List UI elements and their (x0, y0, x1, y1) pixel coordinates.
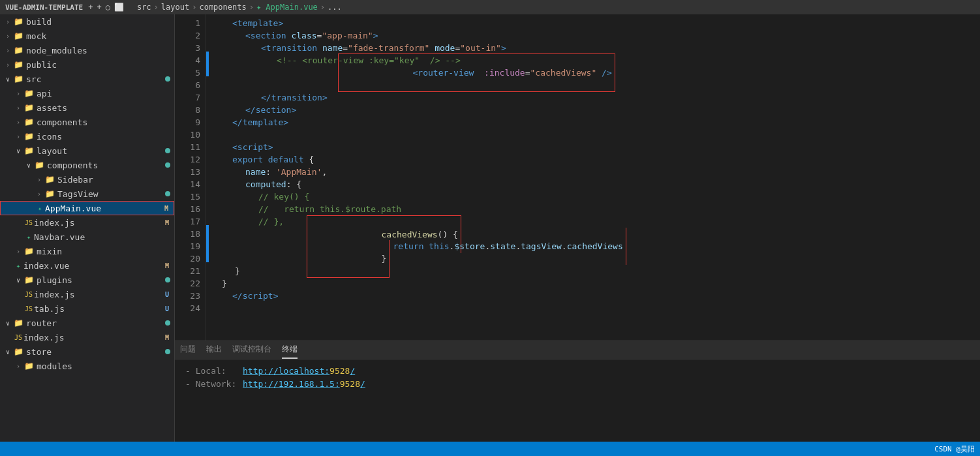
folder-icon: 📁 (23, 131, 34, 142)
top-bar-icons: + + ○ ⬜ (88, 3, 124, 12)
modified-dot (165, 76, 170, 82)
sidebar-item-tagsview[interactable]: › 📁 TagsView (0, 187, 174, 201)
sidebar-item-plugins-indexjs[interactable]: JS index.js U (0, 287, 174, 301)
sidebar-item-layout-indexjs[interactable]: JS index.js M (0, 215, 174, 230)
code-content: <template> <section class="app-main"> <t… (209, 14, 980, 341)
sidebar-item-node-modules[interactable]: › 📁 node_modules (0, 43, 174, 57)
line-numbers: 12345 678910 1112131415 1617181920 21222… (175, 14, 206, 341)
sidebar-item-components[interactable]: › 📁 components (0, 115, 174, 129)
chevron-right-icon: › (13, 104, 23, 112)
sidebar-item-indexvue[interactable]: ✦ index.vue M (0, 258, 174, 273)
sidebar-item-navbar[interactable]: ✦ Navbar.vue (0, 230, 174, 244)
modified-badge: M (165, 262, 169, 269)
chevron-down-icon: ∨ (13, 277, 23, 284)
sidebar-item-router-indexjs[interactable]: JS index.js M (0, 330, 174, 344)
sidebar-item-assets[interactable]: › 📁 assets (0, 100, 174, 115)
status-bar: CSDN @昊阳 (0, 442, 980, 456)
sidebar-item-src[interactable]: ∨ 📁 src (0, 72, 174, 86)
chevron-right-icon: › (13, 119, 23, 126)
code-line: <template> (209, 17, 980, 29)
tab-output[interactable]: 输出 (206, 341, 222, 359)
sidebar-item-api[interactable]: › 📁 api (0, 86, 174, 100)
sidebar-item-modules[interactable]: › 📁 modules (0, 359, 174, 373)
sidebar-item-mock[interactable]: › 📁 mock (0, 29, 174, 43)
tab-debug-console[interactable]: 调试控制台 (232, 341, 271, 359)
folder-icon: 📁 (23, 275, 34, 285)
new-file-icon[interactable]: + (88, 3, 93, 12)
sidebar-item-layout-components[interactable]: ∨ 📁 components (0, 158, 174, 172)
modified-dot (165, 162, 170, 168)
chevron-down-icon: ∨ (3, 320, 13, 327)
chevron-right-icon: › (13, 248, 23, 255)
sidebar-item-plugins-tabjs[interactable]: JS tab.js U (0, 301, 174, 316)
chevron-right-icon: › (34, 176, 44, 183)
sidebar-item-layout[interactable]: ∨ 📁 layout (0, 144, 174, 158)
chevron-right-icon: › (13, 363, 23, 370)
sidebar-item-plugins[interactable]: ∨ 📁 plugins (0, 273, 174, 287)
terminal-line-network: - Network: http://192.168.1.5:9528/ (185, 378, 970, 391)
folder-icon: 📁 (13, 346, 23, 357)
git-indicator-bar (206, 14, 209, 341)
tab-terminal[interactable]: 终端 (282, 341, 298, 359)
sidebar-item-router[interactable]: ∨ 📁 router (0, 316, 174, 330)
sidebar-item-sidebar[interactable]: › 📁 Sidebar (0, 172, 174, 187)
new-folder-icon[interactable]: + (97, 3, 101, 12)
chevron-down-icon: ∨ (23, 162, 34, 169)
folder-icon: 📁 (13, 31, 23, 41)
sidebar-item-build[interactable]: › 📁 build (0, 14, 174, 29)
top-bar: VUE-ADMIN-TEMPLATE + + ○ ⬜ src › layout … (0, 0, 980, 14)
chevron-down-icon: ∨ (3, 348, 13, 356)
folder-icon: 📁 (44, 174, 55, 185)
code-line: <section class="app-main"> (209, 29, 980, 42)
bottom-panel: 问题 输出 调试控制台 终端 - Local: http://localhost… (175, 341, 980, 442)
chevron-down-icon: ∨ (13, 147, 23, 155)
collapse-icon[interactable]: ⬜ (114, 3, 124, 12)
modified-dot (165, 349, 170, 354)
folder-icon: 📁 (13, 74, 23, 84)
file-icon: JS (23, 305, 34, 312)
chevron-right-icon: › (13, 133, 23, 140)
modified-dot (165, 320, 170, 326)
modified-dot (165, 191, 170, 196)
chevron-right-icon: › (3, 61, 13, 68)
file-icon: JS (23, 291, 34, 298)
folder-icon: 📁 (44, 189, 55, 199)
file-icon: ✦ (35, 205, 45, 212)
file-icon: JS (13, 334, 23, 341)
status-right: CSDN @昊阳 (934, 444, 975, 454)
chevron-down-icon: ∨ (3, 76, 13, 83)
folder-icon: 📁 (13, 45, 23, 55)
code-line: export default { (209, 153, 980, 166)
folder-icon: 📁 (23, 246, 34, 256)
code-line: computed: { (209, 178, 980, 190)
status-author: CSDN @昊阳 (934, 444, 975, 454)
sidebar-item-appmain[interactable]: ✦ AppMain.vue M (0, 201, 174, 215)
panel-tabs: 问题 输出 调试控制台 终端 (175, 341, 980, 359)
sidebar-item-mixin[interactable]: › 📁 mixin (0, 244, 174, 258)
code-line: <script> (209, 141, 980, 153)
folder-icon: 📁 (34, 160, 44, 170)
modified-dot (165, 277, 170, 282)
file-icon: ✦ (23, 234, 34, 241)
folder-icon: 📁 (13, 16, 23, 27)
chevron-right-icon: › (34, 190, 44, 198)
chevron-right-icon: › (13, 90, 23, 97)
chevron-right-icon: › (3, 47, 13, 54)
sidebar-item-public[interactable]: › 📁 public (0, 57, 174, 72)
modified-badge: M (164, 205, 168, 212)
code-line: name: 'AppMain', (209, 166, 980, 178)
sidebar-item-icons[interactable]: › 📁 icons (0, 129, 174, 144)
refresh-icon[interactable]: ○ (106, 3, 110, 12)
folder-icon: 📁 (23, 102, 34, 113)
project-title: VUE-ADMIN-TEMPLATE (5, 3, 83, 12)
tab-problems[interactable]: 问题 (180, 341, 196, 359)
file-explorer: › 📁 build › 📁 mock › 📁 node_modules › 📁 … (0, 14, 175, 442)
code-line: </script> (209, 290, 980, 302)
code-line: <router-view :include="cachedViews" /> (209, 67, 980, 79)
folder-icon: 📁 (23, 117, 34, 127)
code-line (209, 129, 980, 141)
folder-icon: 📁 (13, 318, 23, 328)
code-line: // key() { (209, 190, 980, 203)
code-line: </template> (209, 116, 980, 129)
sidebar-item-store[interactable]: ∨ 📁 store (0, 344, 174, 359)
